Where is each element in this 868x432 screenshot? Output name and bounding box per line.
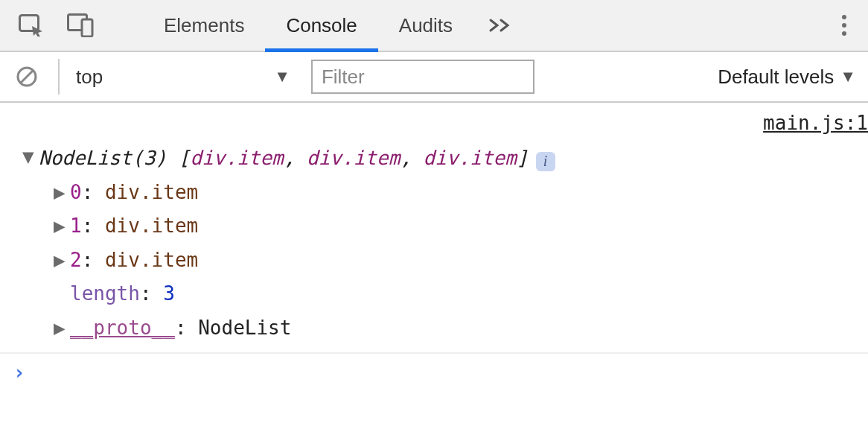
console-subbar: top ▼ Default levels ▼	[0, 52, 868, 103]
more-tabs-button[interactable]	[473, 0, 529, 51]
object-entry-row[interactable]: ▶ 1: div.item	[22, 209, 868, 244]
svg-rect-2	[82, 19, 92, 36]
tab-label: Elements	[164, 14, 244, 37]
console-prompt[interactable]: ›	[0, 354, 868, 384]
svg-point-5	[842, 31, 846, 36]
device-toolbar-icon[interactable]	[64, 9, 97, 42]
length-row: length: 3	[22, 277, 868, 311]
inspect-element-icon[interactable]	[15, 9, 48, 42]
kebab-icon	[841, 14, 847, 36]
entry-index: 2	[70, 249, 82, 271]
context-label: top	[76, 66, 103, 89]
tab-elements[interactable]: Elements	[143, 0, 265, 51]
tab-label: Audits	[399, 14, 453, 37]
source-link[interactable]: main.js:1	[0, 103, 868, 137]
object-class: NodeList	[39, 147, 132, 169]
proto-value: NodeList	[198, 317, 291, 339]
object-entry-row[interactable]: ▶ 0: div.item	[22, 176, 868, 210]
preview-item: div.item	[191, 147, 284, 169]
info-badge-icon[interactable]: i	[536, 152, 555, 171]
length-label: length	[70, 282, 140, 305]
svg-line-7	[20, 70, 33, 83]
object-count: (3)	[132, 147, 167, 169]
proto-row[interactable]: ▶ __proto__: NodeList	[22, 311, 868, 346]
object-header-row[interactable]: ▼ NodeList(3) [div.item, div.item, div.i…	[22, 142, 868, 176]
entry-value: div.item	[105, 215, 198, 237]
tab-console[interactable]: Console	[265, 0, 377, 51]
preview-item: div.item	[307, 147, 400, 169]
svg-point-3	[842, 15, 846, 19]
disclosure-triangle-icon[interactable]: ▶	[54, 311, 70, 346]
filter-input[interactable]	[311, 60, 534, 94]
caret-down-icon: ▼	[274, 67, 290, 86]
entry-value: div.item	[105, 249, 198, 271]
entry-index: 1	[70, 215, 82, 237]
object-summary: NodeList(3) [div.item, div.item, div.ite…	[39, 142, 529, 176]
tab-audits[interactable]: Audits	[378, 0, 473, 51]
caret-down-icon: ▼	[840, 67, 856, 86]
source-link-text: main.js:1	[763, 112, 868, 134]
disclosure-triangle-open-icon[interactable]: ▼	[22, 140, 39, 174]
proto-label: __proto__	[70, 317, 175, 339]
log-levels-selector[interactable]: Default levels ▼	[718, 66, 856, 89]
preview-item: div.item	[424, 147, 517, 169]
disclosure-triangle-icon[interactable]: ▶	[54, 209, 70, 244]
chevron-double-right-icon	[488, 18, 514, 33]
tab-label: Console	[286, 14, 357, 37]
execution-context-selector[interactable]: top ▼	[58, 59, 290, 95]
entry-index: 0	[70, 181, 82, 203]
length-value: 3	[163, 282, 175, 305]
settings-menu-button[interactable]	[829, 14, 859, 36]
entry-value: div.item	[105, 181, 198, 203]
levels-label: Default levels	[718, 66, 834, 89]
devtools-topbar: Elements Console Audits	[0, 0, 868, 52]
devtools-tabs: Elements Console Audits	[143, 0, 829, 51]
clear-icon	[15, 65, 39, 89]
disclosure-triangle-icon[interactable]: ▶	[54, 176, 70, 210]
svg-point-4	[842, 23, 846, 28]
clear-console-button[interactable]	[12, 62, 42, 92]
object-entry-row[interactable]: ▶ 2: div.item	[22, 244, 868, 278]
prompt-caret-icon: ›	[13, 361, 25, 384]
disclosure-triangle-icon[interactable]: ▶	[54, 244, 70, 278]
console-output: ▼ NodeList(3) [div.item, div.item, div.i…	[0, 137, 868, 354]
